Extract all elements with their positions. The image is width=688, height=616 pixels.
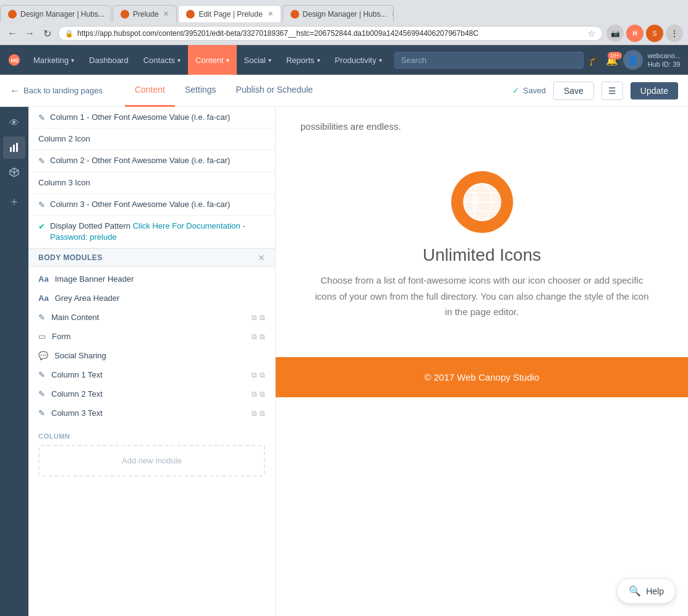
col2-text-actions: ⧉ ⧉ [252, 390, 265, 399]
browser-chrome: Design Manager | Hubs... ✕ Prelude ✕ Edi… [0, 0, 688, 45]
preview-section-title: Unlimited Icons [423, 245, 541, 265]
main-content-action-icon[interactable]: ⧉ [252, 313, 257, 322]
module-main-content[interactable]: ✎ Main Content ⧉ ⧉ [28, 308, 275, 327]
edit-icon-col1-text: ✎ [38, 370, 45, 379]
svg-rect-4 [16, 143, 18, 152]
tab-close-4[interactable]: ✕ [391, 10, 393, 18]
form-action-icon[interactable]: ⧉ [252, 332, 257, 341]
hs-logo[interactable]: HS [7, 53, 21, 67]
col1-text-action-icon-2[interactable]: ⧉ [260, 371, 265, 379]
hubspot-ext-button[interactable]: H [626, 25, 643, 42]
tab-favicon-1 [8, 10, 17, 19]
refresh-button[interactable]: ↻ [40, 26, 54, 41]
browser-tab-1[interactable]: Design Manager | Hubs... ✕ [0, 5, 111, 22]
tab-close-2[interactable]: ✕ [163, 10, 169, 18]
edit-icon-col3-text: ✎ [38, 408, 45, 418]
tab-close-3[interactable]: ✕ [268, 10, 273, 18]
hub-id: Hub ID: 39 [648, 60, 681, 69]
back-button[interactable]: ← [5, 26, 20, 41]
sidebar-eye-icon[interactable]: 👁 [3, 112, 25, 134]
notifications-icon[interactable]: 🔔 10+ [606, 54, 618, 66]
sidebar-add-icon[interactable]: + [3, 191, 25, 213]
add-module-placeholder[interactable]: Add new module [38, 445, 265, 476]
browser-actions: 📷 H S ⋮ [606, 25, 683, 42]
help-search-icon: 🔍 [629, 585, 641, 597]
nav-social[interactable]: Social ▾ [237, 45, 279, 75]
module-column-2-text[interactable]: ✎ Column 2 Text ⧉ ⧉ [28, 384, 275, 403]
svg-rect-3 [13, 145, 15, 152]
column-1-text-label: Column 1 Text [51, 370, 245, 379]
sidebar-chart-icon[interactable] [3, 137, 25, 159]
col3-text-action-icon-2[interactable]: ⧉ [260, 409, 265, 418]
panel-scroll: ✎ Column 1 - Other Font Awesome Value (i… [28, 107, 275, 484]
tab-bar: Design Manager | Hubs... ✕ Prelude ✕ Edi… [0, 0, 688, 22]
ext-button-2[interactable]: S [646, 25, 663, 42]
url-text: https://app.hubspot.com/content/395201/e… [77, 29, 584, 38]
col2-icon-item[interactable]: ✎ Column 2 - Other Font Awesome Value (i… [28, 150, 275, 172]
body-modules-close-icon[interactable]: ✕ [258, 253, 265, 263]
tab-settings[interactable]: Settings [175, 75, 226, 107]
col3-icon-item[interactable]: ✎ Column 3 - Other Font Awesome Value (i… [28, 194, 275, 216]
display-dotted-item[interactable]: ✔ Display Dotted Pattern Click Here For … [28, 216, 275, 248]
social-sharing-label: Social Sharing [54, 351, 265, 360]
tab-label-1: Design Manager | Hubs... [20, 10, 104, 19]
help-button[interactable]: 🔍 Help [617, 578, 676, 604]
col2-text-action-icon[interactable]: ⧉ [252, 390, 257, 399]
module-social-sharing[interactable]: 💬 Social Sharing [28, 346, 275, 365]
tab-publish[interactable]: Publish or Schedule [226, 75, 323, 107]
nav-dashboard[interactable]: Dashboard [82, 45, 136, 75]
list-button[interactable]: ☰ [601, 82, 623, 100]
module-grey-area-header[interactable]: Aa Grey Area Header [28, 289, 275, 308]
module-column-3-text[interactable]: ✎ Column 3 Text ⧉ ⧉ [28, 403, 275, 423]
bookmark-icon[interactable]: ☆ [588, 28, 596, 38]
nav-reports[interactable]: Reports ▾ [279, 45, 328, 75]
module-image-banner-header[interactable]: Aa Image Banner Header [28, 269, 275, 289]
nav-productivity[interactable]: Productivity ▾ [328, 45, 389, 75]
column-section-title: COLUMN [38, 432, 265, 440]
user-avatar[interactable]: 👤 [623, 50, 643, 70]
browser-tab-3[interactable]: Edit Page | Prelude ✕ [178, 5, 281, 22]
back-label: Back to landing pages [23, 86, 103, 95]
preview-intro-text: possibilities are endless. [276, 107, 688, 146]
graduation-icon[interactable]: 🎓 [588, 54, 601, 66]
tab-favicon-4 [291, 10, 299, 19]
tab-close-1[interactable]: ✕ [109, 10, 111, 18]
forward-button[interactable]: → [22, 26, 37, 41]
form-action-icon-2[interactable]: ⧉ [260, 332, 265, 341]
module-column-1-text[interactable]: ✎ Column 1 Text ⧉ ⧉ [28, 365, 275, 384]
nav-buttons: ← → ↻ [5, 26, 54, 41]
documentation-link[interactable]: Click Here For Documentation - Password:… [50, 221, 245, 242]
search-input[interactable] [394, 52, 584, 69]
camera-button[interactable]: 📷 [606, 25, 624, 42]
module-form[interactable]: ▭ Form ⧉ ⧉ [28, 327, 275, 346]
tab-content[interactable]: Content [125, 75, 175, 107]
back-to-landing-pages[interactable]: ← Back to landing pages [10, 85, 103, 96]
user-info: webcano... Hub ID: 39 [648, 51, 681, 69]
sidebar-box-icon[interactable] [3, 161, 25, 184]
browser-tab-4[interactable]: Design Manager | Hubs... ✕ [282, 5, 394, 22]
col1-text-action-icon[interactable]: ⧉ [252, 371, 257, 379]
main-content-action-icon-2[interactable]: ⧉ [260, 313, 265, 322]
form-icon: ▭ [38, 332, 46, 341]
globe-svg [461, 180, 504, 224]
col3-text-action-icon[interactable]: ⧉ [252, 409, 257, 418]
col1-icon-item[interactable]: ✎ Column 1 - Other Font Awesome Value (i… [28, 107, 275, 129]
save-button[interactable]: Save [553, 82, 594, 100]
url-bar[interactable]: 🔒 https://app.hubspot.com/content/395201… [58, 26, 603, 41]
col2-text-action-icon-2[interactable]: ⧉ [260, 390, 265, 399]
nav-contacts[interactable]: Contacts ▾ [136, 45, 188, 75]
body-modules-title: BODY MODULES [38, 253, 103, 262]
more-button[interactable]: ⋮ [666, 25, 683, 42]
form-label: Form [52, 332, 245, 341]
nav-marketing[interactable]: Marketing ▾ [26, 45, 82, 75]
image-banner-label: Image Banner Header [55, 274, 265, 284]
col1-text-actions: ⧉ ⧉ [252, 371, 265, 379]
contacts-arrow-icon: ▾ [177, 57, 180, 64]
browser-tab-2[interactable]: Prelude ✕ [113, 5, 177, 22]
display-dotted-text: Display Dotted Pattern Click Here For Do… [50, 221, 265, 243]
nav-content[interactable]: Content ▾ [188, 45, 237, 75]
social-sharing-icon: 💬 [38, 351, 48, 360]
body-modules-list: Aa Image Banner Header Aa Grey Area Head… [28, 267, 275, 425]
update-button[interactable]: Update [631, 82, 678, 99]
saved-check-icon: ✓ [512, 86, 519, 95]
